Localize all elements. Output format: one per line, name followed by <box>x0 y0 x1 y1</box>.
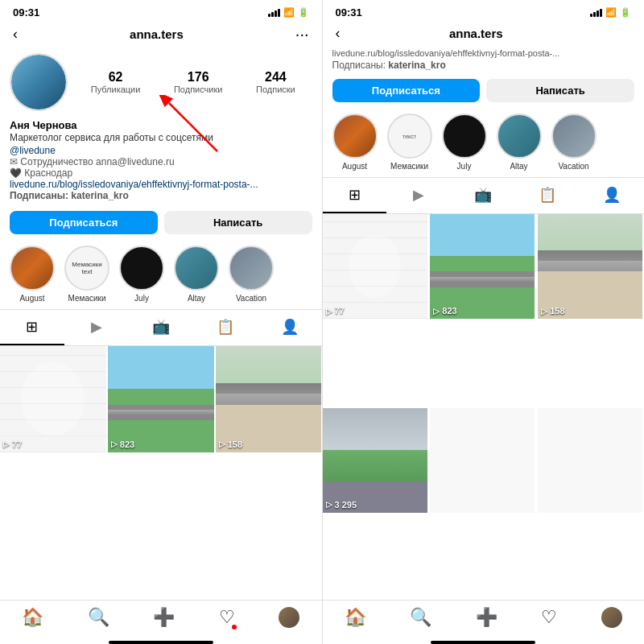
action-buttons-left: Подписаться Написать <box>0 206 322 239</box>
play-icon-r4: ▷ <box>326 500 332 509</box>
grid-views-3-right: ▷ 158 <box>541 306 564 316</box>
status-bar-left: 09:31 📶 🔋 <box>0 0 322 22</box>
back-button-left[interactable]: ‹ <box>13 26 18 43</box>
highlight-altay-left[interactable]: Altay <box>174 246 219 303</box>
highlight-memes-right[interactable]: текст Мемасики <box>387 114 432 171</box>
highlight-memes-left[interactable]: Мемасики text Мемасики <box>64 246 109 303</box>
highlight-circle-vacation-right <box>551 114 597 159</box>
bio-collab-left: ✉ Сотрудничество anna@livedune.ru <box>10 156 312 167</box>
highlight-circle-memes-right: текст <box>387 114 432 159</box>
play-icon-r3: ▷ <box>541 307 547 316</box>
tab-grid-left[interactable]: ⊞ <box>0 310 64 345</box>
tab-igtv-left[interactable]: 📺 <box>129 310 193 345</box>
highlight-vacation-left[interactable]: Vacation <box>229 246 274 303</box>
grid-item-1-right[interactable]: ▷ 77 <box>323 214 427 319</box>
tab-reels-left[interactable]: ▶ <box>64 310 129 345</box>
grid-item-1-left[interactable]: ▷ 77 <box>0 346 106 452</box>
tab-guide-right[interactable]: 📋 <box>515 178 580 213</box>
followed-user-left[interactable]: katerina_kro <box>71 190 128 201</box>
tab-person-left[interactable]: 👤 <box>258 310 322 345</box>
photo-grid-right: ▷ 77 ▷ 823 ▷ 158 ▷ 3 295 <box>323 214 645 600</box>
highlight-altay-right[interactable]: Altay <box>497 114 542 171</box>
following-stat[interactable]: 244 Подписки <box>256 70 295 94</box>
grid-views-2-right: ▷ 823 <box>433 306 456 316</box>
followers-stat[interactable]: 176 Подписчики <box>174 70 223 94</box>
status-time-left: 09:31 <box>13 6 39 19</box>
bottom-nav-left: 🏠 🔍 ➕ ♡ <box>0 600 322 641</box>
play-icon-r2: ▷ <box>433 307 440 316</box>
bio-description-left: Маркетолог сервиса для работы с соцсетям… <box>10 131 312 145</box>
profile-header-right: ‹ anna.ters <box>323 22 645 48</box>
grid-image-4-right <box>323 408 427 513</box>
grid-item-3-right[interactable]: ▷ 158 <box>538 214 642 319</box>
avatar-left[interactable] <box>10 53 68 111</box>
play-icon-1: ▷ <box>3 440 10 448</box>
grid-views-2-left: ▷ 823 <box>111 440 134 449</box>
nav-heart-left[interactable]: ♡ <box>219 607 235 628</box>
avatar-image-left <box>11 55 66 109</box>
nav-home-right[interactable]: 🏠 <box>345 607 366 628</box>
nav-avatar-right <box>601 607 622 628</box>
highlight-circle-august-right <box>332 114 378 159</box>
nav-home-left[interactable]: 🏠 <box>22 607 43 628</box>
header-username-left: anna.ters <box>130 27 184 41</box>
grid-item-4-right[interactable]: ▷ 3 295 <box>323 408 427 513</box>
status-icons-right: 📶 🔋 <box>590 7 631 18</box>
tab-reels-right[interactable]: ▶ <box>386 178 451 213</box>
action-buttons-right: Подписаться Написать <box>323 74 645 107</box>
nav-profile-left[interactable] <box>279 607 299 628</box>
igtv-icon-right: 📺 <box>474 186 492 204</box>
grid-views-4-right: ▷ 3 295 <box>326 500 357 510</box>
nav-add-left[interactable]: ➕ <box>153 607 175 628</box>
bio-section-left: Аня Чернова Маркетолог сервиса для работ… <box>0 118 322 206</box>
profile-header-left: ‹ anna.ters ··· <box>0 22 322 50</box>
nav-add-right[interactable]: ➕ <box>476 607 497 628</box>
back-button-right[interactable]: ‹ <box>336 25 341 42</box>
more-options-left[interactable]: ··· <box>295 25 309 43</box>
tab-person-right[interactable]: 👤 <box>580 178 644 213</box>
message-button-right[interactable]: Написать <box>486 79 634 102</box>
follow-button-right[interactable]: Подписаться <box>332 79 481 102</box>
nav-search-left[interactable]: 🔍 <box>88 607 109 628</box>
tab-grid-right[interactable]: ⊞ <box>323 178 387 213</box>
wifi-icon-right: 📶 <box>605 7 617 18</box>
stats-numbers-left: 62 Публикации 176 Подписчики 244 Подписк… <box>74 70 312 94</box>
bio-link-left[interactable]: @livedune <box>10 145 312 156</box>
followed-user-right[interactable]: katerina_kro <box>388 60 445 71</box>
highlight-circle-august-left <box>10 246 55 291</box>
play-icon-3: ▷ <box>219 440 225 448</box>
follow-button-left[interactable]: Подписаться <box>10 211 158 234</box>
grid-item-6-right <box>538 408 642 513</box>
guide-icon-right: 📋 <box>539 186 556 204</box>
wifi-icon: 📶 <box>283 7 295 18</box>
status-icons-left: 📶 🔋 <box>268 7 309 18</box>
highlight-july-right[interactable]: July <box>442 114 487 171</box>
screen-right: 09:31 📶 🔋 ‹ anna.ters livedune.ru/blog/i… <box>323 0 645 644</box>
tab-guide-left[interactable]: 📋 <box>193 310 258 345</box>
signal-icon <box>268 9 280 17</box>
highlight-vacation-right[interactable]: Vacation <box>551 114 597 171</box>
followed-by-right: Подписаны: katerina_kro <box>323 60 645 74</box>
highlight-circle-july-left <box>119 246 164 291</box>
stats-row-left: 62 Публикации 176 Подписчики 244 Подписк… <box>0 50 322 118</box>
grid-item-2-right[interactable]: ▷ 823 <box>430 214 535 319</box>
highlight-august-left[interactable]: August <box>10 246 55 303</box>
highlight-july-left[interactable]: July <box>119 246 164 303</box>
highlight-circle-july-right <box>442 114 487 159</box>
posts-stat[interactable]: 62 Публикации <box>91 70 141 94</box>
nav-profile-right[interactable] <box>601 607 622 628</box>
grid-views-1-right: ▷ 77 <box>326 306 345 316</box>
grid-item-5-right <box>430 408 535 513</box>
grid-icon-left: ⊞ <box>26 318 38 336</box>
nav-heart-right[interactable]: ♡ <box>541 607 557 628</box>
bio-url-left[interactable]: livedune.ru/blog/issledovaniya/ehffektiv… <box>10 179 312 190</box>
person-icon-left: 👤 <box>281 318 299 336</box>
play-icon-2: ▷ <box>111 440 118 448</box>
tab-igtv-right[interactable]: 📺 <box>451 178 515 213</box>
grid-item-3-left[interactable]: ▷ 158 <box>216 346 322 452</box>
grid-item-2-left[interactable]: ▷ 823 <box>108 346 214 452</box>
grid-views-1-left: ▷ 77 <box>3 440 22 449</box>
nav-search-right[interactable]: 🔍 <box>410 607 431 628</box>
highlight-august-right[interactable]: August <box>332 114 378 171</box>
message-button-left[interactable]: Написать <box>164 211 312 234</box>
